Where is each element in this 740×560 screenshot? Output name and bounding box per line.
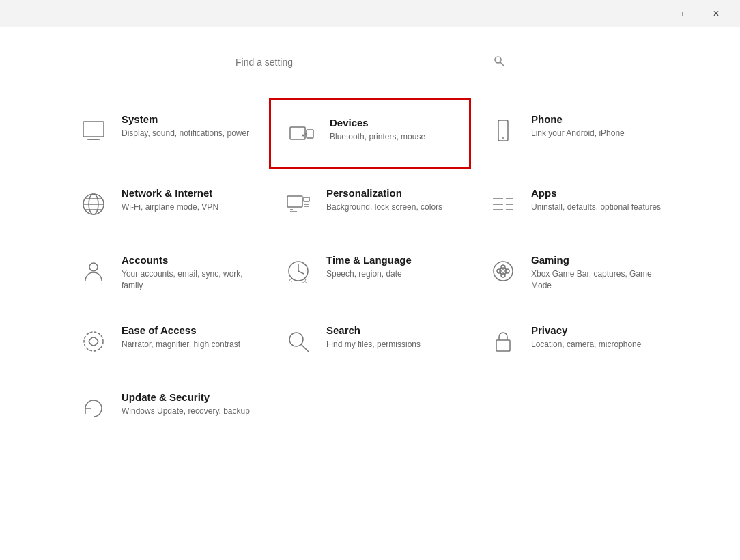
- setting-item-time[interactable]: A 文 Time & LanguageSpeech, region, date: [268, 238, 472, 308]
- close-button[interactable]: ✕: [700, 3, 732, 25]
- search-wrapper: [227, 48, 513, 76]
- setting-item-ease[interactable]: Ease of AccessNarrator, magnifier, high …: [63, 308, 268, 375]
- svg-rect-16: [287, 196, 302, 207]
- gaming-desc: Xbox Game Bar, captures, Game Mode: [531, 268, 664, 292]
- search-desc: Find my files, permissions: [326, 339, 421, 350]
- time-desc: Speech, region, date: [326, 268, 412, 280]
- setting-item-system[interactable]: SystemDisplay, sound, notifications, pow…: [63, 97, 268, 171]
- time-icon: A 文: [281, 254, 315, 288]
- setting-item-phone[interactable]: PhoneLink your Android, iPhone: [472, 97, 677, 171]
- setting-item-search[interactable]: SearchFind my files, permissions: [268, 308, 472, 375]
- system-desc: Display, sound, notifications, power: [122, 128, 249, 139]
- maximize-button[interactable]: □: [669, 3, 700, 25]
- update-icon: [76, 391, 111, 425]
- phone-icon: [486, 113, 520, 148]
- svg-line-1: [500, 62, 504, 66]
- window-controls: – □ ✕: [638, 3, 732, 25]
- privacy-desc: Location, camera, microphone: [531, 339, 641, 350]
- content-area: SystemDisplay, sound, notifications, pow…: [0, 27, 740, 560]
- setting-item-accounts[interactable]: AccountsYour accounts, email, sync, work…: [63, 238, 268, 308]
- ease-name: Ease of Access: [122, 324, 240, 336]
- system-icon: [76, 113, 111, 148]
- network-icon: [76, 187, 111, 221]
- accounts-name: Accounts: [122, 254, 254, 266]
- network-desc: Wi-Fi, airplane mode, VPN: [122, 201, 218, 213]
- devices-desc: Bluetooth, printers, mouse: [330, 131, 425, 143]
- setting-item-network[interactable]: Network & InternetWi-Fi, airplane mode, …: [63, 171, 268, 238]
- svg-point-40: [84, 332, 103, 351]
- personalization-desc: Background, lock screen, colors: [326, 201, 442, 213]
- title-bar: – □ ✕: [0, 0, 740, 27]
- ease-icon: [76, 324, 111, 359]
- search-icon: [281, 324, 315, 359]
- gaming-name: Gaming: [531, 254, 664, 266]
- ease-desc: Narrator, magnifier, high contrast: [122, 339, 240, 350]
- accounts-desc: Your accounts, email, sync, work, family: [122, 268, 254, 292]
- svg-rect-5: [290, 127, 305, 139]
- update-name: Update & Security: [122, 391, 250, 403]
- svg-rect-6: [307, 130, 313, 138]
- accounts-icon: [76, 254, 111, 288]
- svg-text:A: A: [289, 278, 292, 283]
- apps-desc: Uninstall, defaults, optional features: [531, 201, 661, 213]
- apps-name: Apps: [531, 187, 661, 199]
- setting-item-devices[interactable]: DevicesBluetooth, printers, mouse: [269, 98, 471, 169]
- setting-item-personalization[interactable]: PersonalizationBackground, lock screen, …: [268, 171, 472, 238]
- settings-grid: SystemDisplay, sound, notifications, pow…: [63, 97, 677, 442]
- time-name: Time & Language: [326, 254, 412, 266]
- search-icon: [494, 55, 504, 69]
- svg-text:文: 文: [302, 278, 307, 283]
- svg-rect-43: [496, 340, 510, 351]
- svg-line-31: [298, 271, 304, 274]
- personalization-name: Personalization: [326, 187, 442, 199]
- svg-point-7: [302, 135, 304, 137]
- setting-item-privacy[interactable]: PrivacyLocation, camera, microphone: [472, 308, 677, 375]
- network-name: Network & Internet: [122, 187, 218, 199]
- phone-name: Phone: [531, 113, 625, 125]
- svg-point-0: [495, 57, 501, 63]
- devices-name: Devices: [330, 117, 425, 128]
- privacy-name: Privacy: [531, 324, 641, 336]
- devices-icon: [285, 117, 319, 151]
- svg-rect-2: [83, 122, 104, 137]
- apps-icon: [486, 187, 520, 221]
- svg-rect-19: [304, 197, 309, 201]
- gaming-icon: [486, 254, 520, 288]
- search-name: Search: [326, 324, 421, 336]
- svg-point-28: [89, 263, 98, 271]
- search-input[interactable]: [236, 57, 494, 68]
- privacy-icon: [486, 324, 520, 359]
- search-bar[interactable]: [227, 48, 513, 76]
- minimize-button[interactable]: –: [638, 3, 669, 25]
- phone-desc: Link your Android, iPhone: [531, 128, 625, 139]
- setting-item-gaming[interactable]: GamingXbox Game Bar, captures, Game Mode: [472, 238, 677, 308]
- setting-item-update[interactable]: Update & SecurityWindows Update, recover…: [63, 375, 268, 442]
- system-name: System: [122, 113, 249, 125]
- update-desc: Windows Update, recovery, backup: [122, 406, 250, 417]
- personalization-icon: [281, 187, 315, 221]
- svg-point-34: [494, 262, 513, 281]
- svg-line-42: [301, 344, 309, 352]
- setting-item-apps[interactable]: AppsUninstall, defaults, optional featur…: [472, 171, 677, 238]
